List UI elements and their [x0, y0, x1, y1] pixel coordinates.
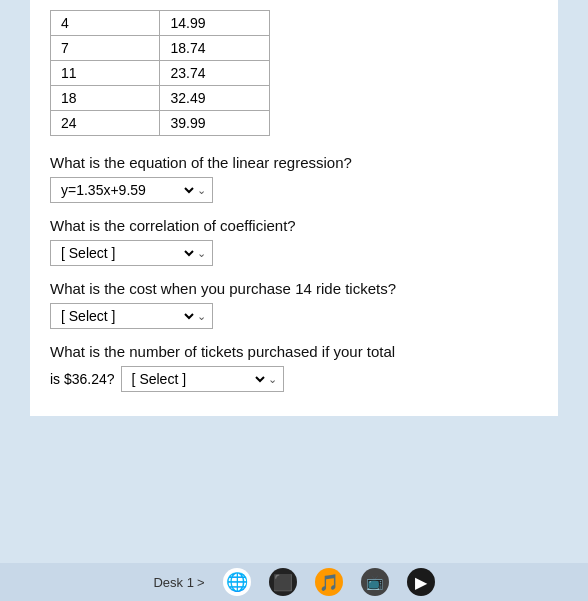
question-2-dropdown-wrapper[interactable]: [ Select ] 0.95 0.85 ⌄: [50, 240, 213, 266]
taskbar: Desk 1 > 🌐 ⬛ 🎵 📺 ▶: [0, 563, 588, 601]
question-4-line2-row: is $36.24? [ Select ] 20 19 ⌄: [50, 366, 538, 392]
question-3-select[interactable]: [ Select ] $28.49 $29.00: [57, 307, 197, 325]
music-icon[interactable]: 🎵: [315, 568, 343, 596]
question-2-text: What is the correlation of coefficient?: [50, 217, 538, 234]
question-3-dropdown-wrapper[interactable]: [ Select ] $28.49 $29.00 ⌄: [50, 303, 213, 329]
table-cell-col2: 32.49: [160, 86, 270, 111]
play-icon[interactable]: ▶: [407, 568, 435, 596]
question-4-section: What is the number of tickets purchased …: [50, 343, 538, 392]
desk-chevron-icon: >: [197, 575, 205, 590]
chevron-down-icon-4: ⌄: [268, 373, 277, 386]
question-3-text: What is the cost when you purchase 14 ri…: [50, 280, 538, 297]
chrome-icon[interactable]: 🌐: [223, 568, 251, 596]
question-2-select[interactable]: [ Select ] 0.95 0.85: [57, 244, 197, 262]
desk-label-text: Desk 1: [153, 575, 193, 590]
question-4-line2-text: is $36.24?: [50, 371, 115, 387]
taskbar-desk-label: Desk 1 >: [153, 575, 204, 590]
table-cell-col2: 14.99: [160, 11, 270, 36]
question-4-select[interactable]: [ Select ] 20 19: [128, 370, 268, 388]
chevron-down-icon-3: ⌄: [197, 310, 206, 323]
table-cell-col2: 39.99: [160, 111, 270, 136]
question-1-select[interactable]: y=1.35x+9.59 y=1.35x+9.59 y=2.35x+9.59: [57, 181, 197, 199]
table-cell-col1: 18: [51, 86, 160, 111]
table-cell-col1: 24: [51, 111, 160, 136]
table-cell-col1: 11: [51, 61, 160, 86]
tv-icon[interactable]: 📺: [361, 568, 389, 596]
question-1-text: What is the equation of the linear regre…: [50, 154, 538, 171]
question-4-line1: What is the number of tickets purchased …: [50, 343, 538, 360]
chevron-down-icon: ⌄: [197, 184, 206, 197]
question-4-dropdown-wrapper[interactable]: [ Select ] 20 19 ⌄: [121, 366, 284, 392]
question-1-dropdown-wrapper[interactable]: y=1.35x+9.59 y=1.35x+9.59 y=2.35x+9.59 ⌄: [50, 177, 213, 203]
question-3-section: What is the cost when you purchase 14 ri…: [50, 280, 538, 329]
question-1-section: What is the equation of the linear regre…: [50, 154, 538, 203]
table-cell-col1: 7: [51, 36, 160, 61]
table-cell-col1: 4: [51, 11, 160, 36]
table-cell-col2: 23.74: [160, 61, 270, 86]
table-cell-col2: 18.74: [160, 36, 270, 61]
camera-icon[interactable]: ⬛: [269, 568, 297, 596]
question-2-section: What is the correlation of coefficient? …: [50, 217, 538, 266]
data-table: 414.99718.741123.741832.492439.99: [50, 10, 270, 136]
chevron-down-icon-2: ⌄: [197, 247, 206, 260]
main-content: 414.99718.741123.741832.492439.99 What i…: [30, 0, 558, 416]
